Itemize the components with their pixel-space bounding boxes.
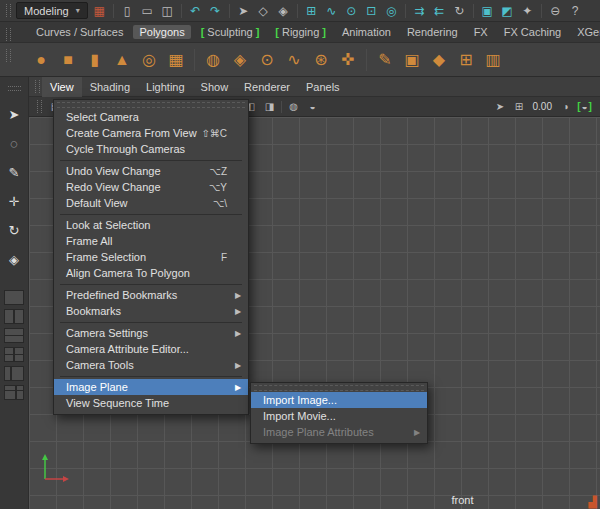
menu-item-image-plane[interactable]: Image Plane ▶ bbox=[54, 379, 248, 395]
tab-sculpting[interactable]: Sculpting bbox=[195, 25, 266, 39]
open-scene-icon[interactable]: ▭ bbox=[139, 2, 156, 19]
menu-item-undo-view-change[interactable]: Undo View Change ⌥Z bbox=[54, 163, 248, 179]
super-shape-icon[interactable]: ✜ bbox=[337, 48, 359, 72]
select-mask-component-icon[interactable]: ◈ bbox=[275, 2, 292, 19]
render-frame-icon[interactable]: ▣ bbox=[479, 2, 496, 19]
panel-menu-renderer[interactable]: Renderer bbox=[236, 77, 298, 97]
menu-item-camera-tools[interactable]: Camera Tools ▶ bbox=[54, 357, 248, 373]
layout-two-pane-stacked[interactable] bbox=[4, 328, 24, 343]
tab-fx-caching[interactable]: FX Caching bbox=[498, 25, 567, 39]
paint-select-tool[interactable]: ✎ bbox=[3, 162, 25, 182]
toolbox-grip[interactable] bbox=[8, 86, 21, 91]
select-mask-hierarchy-icon[interactable]: ➤ bbox=[235, 2, 252, 19]
undo-icon[interactable]: ↶ bbox=[187, 2, 204, 19]
xray-icon[interactable]: ◒ bbox=[305, 99, 320, 114]
panel-menu-view[interactable]: View bbox=[42, 77, 82, 97]
menu-item-look-at-selection[interactable]: Look at Selection bbox=[54, 217, 248, 233]
render-settings-icon[interactable]: ✦ bbox=[519, 2, 536, 19]
poly-helix-icon[interactable]: ∿ bbox=[283, 48, 305, 72]
poly-disc-icon[interactable]: ◍ bbox=[202, 48, 224, 72]
submenu-item-import-image[interactable]: Import Image... bbox=[251, 392, 427, 408]
make-live-icon[interactable]: ◎ bbox=[383, 2, 400, 19]
panel-menu-lighting[interactable]: Lighting bbox=[138, 77, 193, 97]
poly-type-icon[interactable]: ⊞ bbox=[455, 48, 477, 72]
menu-item-frame-selection[interactable]: Frame Selection F bbox=[54, 249, 248, 265]
poly-gear-icon[interactable]: ⊛ bbox=[310, 48, 332, 72]
gate-toggle-icon[interactable]: ◒ bbox=[577, 99, 592, 114]
menu-item-frame-all[interactable]: Frame All bbox=[54, 233, 248, 249]
sweep-mesh-icon[interactable]: ◆ bbox=[428, 48, 450, 72]
submenu-item-import-movie[interactable]: Import Movie... bbox=[251, 408, 427, 424]
tab-curves-surfaces[interactable]: Curves / Surfaces bbox=[30, 25, 129, 39]
scale-tool[interactable]: ◈ bbox=[3, 249, 25, 269]
move-tool[interactable]: ✛ bbox=[3, 191, 25, 211]
poly-text-icon[interactable]: ▣ bbox=[401, 48, 423, 72]
rotate-tool[interactable]: ↻ bbox=[3, 220, 25, 240]
tab-polygons[interactable]: Polygons bbox=[133, 25, 190, 39]
curve-warp-icon[interactable]: ▥ bbox=[482, 48, 504, 72]
lock-icon[interactable]: ⊖ bbox=[547, 2, 564, 19]
lasso-select-tool[interactable]: ◌ bbox=[3, 133, 25, 153]
highlight-mode-icon[interactable]: ⊞ bbox=[512, 99, 527, 114]
pointer-icon[interactable]: ➤ bbox=[493, 99, 508, 114]
layout-persp-outliner[interactable] bbox=[4, 366, 24, 381]
submenu-tearoff-handle[interactable] bbox=[254, 385, 424, 391]
menu-item-camera-settings[interactable]: Camera Settings ▶ bbox=[54, 325, 248, 341]
menu-item-default-view[interactable]: Default View ⌥\ bbox=[54, 195, 248, 211]
poly-cone-icon[interactable]: ▲ bbox=[111, 48, 133, 72]
shelf-tabs-grip[interactable] bbox=[6, 28, 11, 41]
panel-menu-panels[interactable]: Panels bbox=[298, 77, 348, 97]
tab-animation[interactable]: Animation bbox=[336, 25, 397, 39]
snap-to-curve-icon[interactable]: ∿ bbox=[323, 2, 340, 19]
isolate-select-icon[interactable]: ◍ bbox=[286, 99, 301, 114]
layout-hypershade-persp[interactable] bbox=[4, 385, 24, 400]
new-scene-icon[interactable]: ▯ bbox=[119, 2, 136, 19]
output-connections-icon[interactable]: ⇇ bbox=[431, 2, 448, 19]
ipr-render-icon[interactable]: ◩ bbox=[499, 2, 516, 19]
workspace-selector[interactable]: Modeling ▾ bbox=[16, 2, 88, 19]
panel-menu-shading[interactable]: Shading bbox=[82, 77, 138, 97]
layout-two-pane-side[interactable] bbox=[4, 309, 24, 324]
poly-plane-icon[interactable]: ▦ bbox=[165, 48, 187, 72]
toolbar-grip[interactable] bbox=[6, 4, 11, 17]
redo-icon[interactable]: ↷ bbox=[207, 2, 224, 19]
workspace-grid-icon[interactable]: ▦ bbox=[91, 2, 108, 19]
layout-single-pane[interactable] bbox=[4, 290, 24, 305]
create-polygon-tool-icon[interactable]: ✎ bbox=[374, 48, 396, 72]
menu-item-select-camera[interactable]: Select Camera bbox=[54, 109, 248, 125]
shelf-grip[interactable] bbox=[6, 49, 11, 62]
input-connections-icon[interactable]: ⇉ bbox=[411, 2, 428, 19]
help-cursor-icon[interactable]: ? bbox=[567, 2, 584, 19]
tab-rendering[interactable]: Rendering bbox=[401, 25, 464, 39]
layout-four-pane[interactable] bbox=[4, 347, 24, 362]
snap-to-point-icon[interactable]: ⊙ bbox=[343, 2, 360, 19]
menu-item-predefined-bookmarks[interactable]: Predefined Bookmarks ▶ bbox=[54, 287, 248, 303]
poly-cube-icon[interactable]: ■ bbox=[57, 48, 79, 72]
select-mask-object-icon[interactable]: ◇ bbox=[255, 2, 272, 19]
panel-toolbar-grip[interactable] bbox=[37, 100, 42, 113]
safe-title-icon[interactable]: ◨ bbox=[262, 99, 277, 114]
submenu-item-image-plane-attributes[interactable]: Image Plane Attributes ▶ bbox=[251, 424, 427, 440]
exposure-value[interactable]: 0.00 bbox=[533, 101, 552, 112]
save-scene-icon[interactable]: ◫ bbox=[159, 2, 176, 19]
snap-to-plane-icon[interactable]: ⊡ bbox=[363, 2, 380, 19]
menu-item-align-camera-to-polygon[interactable]: Align Camera To Polygon bbox=[54, 265, 248, 281]
menu-item-bookmarks[interactable]: Bookmarks ▶ bbox=[54, 303, 248, 319]
menu-tearoff-handle[interactable] bbox=[57, 102, 245, 108]
construction-history-icon[interactable]: ↻ bbox=[451, 2, 468, 19]
menu-item-create-camera-from-view[interactable]: Create Camera From View ⇧⌘C bbox=[54, 125, 248, 141]
panel-menubar-grip[interactable] bbox=[35, 80, 40, 93]
panel-menu-show[interactable]: Show bbox=[193, 77, 237, 97]
tab-xgen[interactable]: XGen bbox=[571, 25, 600, 39]
exposure-icon[interactable]: ◑ bbox=[558, 99, 573, 114]
menu-item-cycle-through-cameras[interactable]: Cycle Through Cameras bbox=[54, 141, 248, 157]
menu-item-camera-attribute-editor[interactable]: Camera Attribute Editor... bbox=[54, 341, 248, 357]
poly-pipe-icon[interactable]: ⊙ bbox=[256, 48, 278, 72]
menu-item-redo-view-change[interactable]: Redo View Change ⌥Y bbox=[54, 179, 248, 195]
platonic-solid-icon[interactable]: ◈ bbox=[229, 48, 251, 72]
snap-to-grid-icon[interactable]: ⊞ bbox=[303, 2, 320, 19]
tab-fx[interactable]: FX bbox=[468, 25, 494, 39]
tab-rigging[interactable]: Rigging bbox=[269, 25, 332, 39]
poly-torus-icon[interactable]: ◎ bbox=[138, 48, 160, 72]
select-tool[interactable]: ➤ bbox=[3, 104, 25, 124]
